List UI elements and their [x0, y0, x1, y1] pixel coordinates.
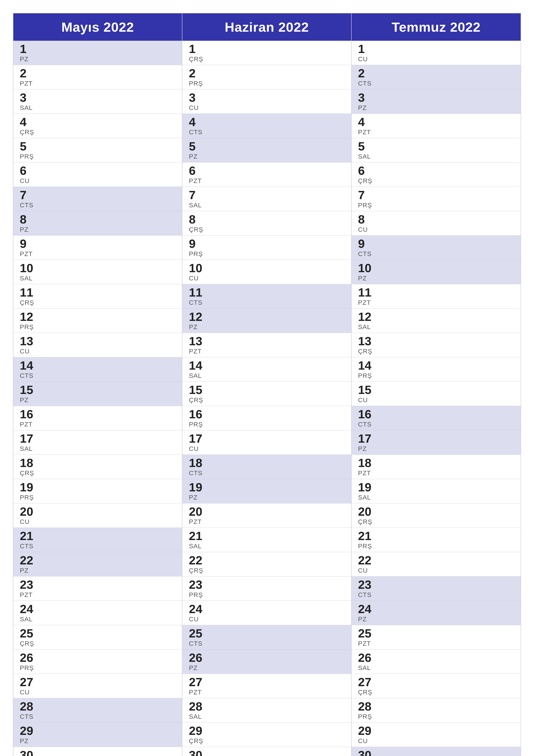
day-number: 11 [358, 286, 514, 298]
day-name: CU [358, 567, 514, 574]
day-number: 29 [358, 725, 514, 737]
day-row: 1CU [352, 41, 521, 65]
day-name: CTS [20, 542, 175, 550]
day-row: 27PZT [182, 674, 351, 698]
day-name: PZT [358, 470, 514, 477]
day-name: SAL [358, 153, 514, 160]
days-container-2: 1CU2CTS3PZ4PZT5SAL6ÇRŞ7PRŞ8CU9CTS10PZ11P… [352, 41, 521, 756]
day-number: 15 [189, 384, 344, 396]
day-name: ÇRŞ [358, 688, 514, 696]
day-row: 18ÇRŞ [13, 455, 182, 479]
day-row: 2PZT [13, 65, 182, 90]
day-name: PZT [358, 299, 514, 306]
month-header-0: Mayıs 2022 [13, 14, 182, 41]
day-row: 15ÇRŞ [182, 382, 351, 406]
day-row: 17CU [182, 430, 351, 455]
day-row: 3PZ [352, 90, 521, 114]
day-row: 13PZT [182, 333, 351, 357]
day-name: PZT [189, 688, 344, 696]
day-row: 20CU [13, 503, 182, 528]
day-name: ÇRŞ [20, 470, 175, 477]
month-header-2: Temmuz 2022 [352, 14, 521, 41]
day-row: 4ÇRŞ [13, 114, 182, 138]
day-row: 5SAL [352, 138, 521, 162]
day-row: 13CU [13, 333, 182, 357]
day-row: 10SAL [13, 260, 182, 284]
day-number: 6 [189, 165, 344, 177]
day-name: CU [189, 104, 344, 111]
day-number: 18 [20, 457, 175, 469]
day-number: 21 [358, 530, 514, 542]
day-number: 6 [358, 165, 514, 177]
day-number: 16 [20, 408, 175, 420]
day-number: 14 [189, 360, 344, 371]
day-row: 14PRŞ [352, 357, 521, 382]
day-number: 19 [189, 481, 344, 493]
day-number: 25 [358, 627, 514, 639]
day-name: CU [189, 275, 344, 282]
day-number: 7 [358, 189, 514, 201]
day-name: SAL [189, 713, 344, 720]
day-name: ÇRŞ [189, 396, 344, 404]
day-name: PRŞ [20, 494, 175, 501]
day-row: 16CTS [352, 406, 521, 430]
day-row: 20ÇRŞ [352, 503, 521, 528]
day-number: 6 [20, 165, 175, 177]
day-row: 4PZT [352, 114, 521, 138]
day-number: 27 [189, 676, 344, 688]
day-name: ÇRŞ [189, 55, 344, 63]
day-number: 13 [358, 335, 514, 347]
day-row: 22PZ [13, 552, 182, 577]
day-number: 28 [358, 700, 514, 713]
day-row: 19PZ [182, 479, 351, 503]
day-number: 10 [20, 262, 175, 274]
day-number: 23 [20, 579, 175, 591]
day-name: CTS [189, 128, 344, 136]
day-number: 5 [189, 140, 344, 152]
day-name: SAL [20, 445, 175, 452]
day-name: PZ [358, 445, 514, 452]
day-row: 7PRŞ [352, 187, 521, 211]
day-number: 11 [189, 286, 344, 298]
day-name: CTS [189, 470, 344, 477]
day-row: 24SAL [13, 601, 182, 625]
day-number: 10 [358, 262, 514, 274]
day-number: 7 [20, 189, 175, 201]
day-row: 17SAL [13, 430, 182, 455]
day-name: SAL [358, 494, 514, 501]
day-row: 8ÇRŞ [182, 211, 351, 235]
day-number: 26 [20, 652, 175, 664]
day-name: ÇRŞ [189, 737, 344, 744]
day-number: 11 [20, 286, 175, 298]
day-name: PZ [189, 664, 344, 671]
day-number: 30 [358, 749, 514, 756]
day-row: 9PZT [13, 235, 182, 260]
day-name: PZ [189, 323, 344, 331]
day-number: 21 [20, 530, 175, 542]
day-number: 9 [358, 238, 514, 250]
day-row: 11ÇRŞ [13, 284, 182, 309]
day-row: 5PRŞ [13, 138, 182, 162]
day-number: 22 [189, 554, 344, 566]
day-row: 10PZ [352, 260, 521, 284]
day-row: 15PZ [13, 382, 182, 406]
day-name: PRŞ [358, 542, 514, 550]
day-name: CTS [358, 250, 514, 257]
day-name: PZT [20, 421, 175, 428]
day-name: CTS [20, 372, 175, 379]
day-name: SAL [358, 664, 514, 671]
day-row: 23PRŞ [182, 577, 351, 601]
day-name: ÇRŞ [189, 567, 344, 574]
day-row: 19SAL [352, 479, 521, 503]
day-number: 1 [189, 43, 344, 55]
day-name: ÇRŞ [20, 640, 175, 647]
day-row: 15CU [352, 382, 521, 406]
day-name: CU [20, 348, 175, 355]
day-name: CU [358, 226, 514, 233]
day-name: ÇRŞ [20, 128, 175, 136]
day-row: 12PZ [182, 309, 351, 333]
day-number: 18 [358, 457, 514, 469]
day-name: CTS [358, 421, 514, 428]
day-row: 11CTS [182, 284, 351, 309]
day-number: 26 [358, 652, 514, 664]
